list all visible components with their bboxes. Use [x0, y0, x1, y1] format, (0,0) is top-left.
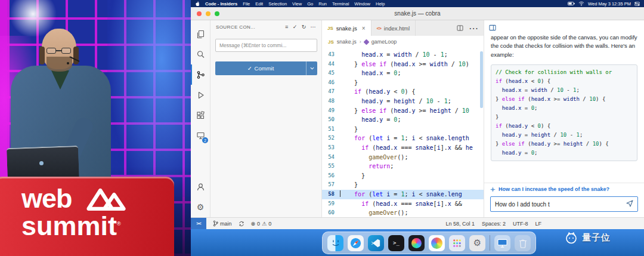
code-line[interactable]: 56 } [322, 171, 484, 181]
line-number[interactable]: 51 [322, 125, 340, 134]
branch-indicator[interactable]: main [213, 220, 232, 227]
terminal-icon[interactable]: >_ [388, 235, 404, 251]
safari-icon[interactable] [348, 235, 364, 251]
code-line[interactable]: 59 if (head.x === snake[i].x && [322, 199, 484, 209]
chat-input[interactable] [495, 201, 623, 208]
commit-button[interactable]: ✓ Commit [215, 61, 317, 75]
close-button[interactable] [197, 11, 202, 16]
line-number[interactable]: 55 [322, 162, 340, 171]
code-line[interactable]: 54 gameOver(); [322, 153, 484, 162]
eol-setting[interactable]: LF [535, 221, 541, 227]
code-editor[interactable]: 43 head.x = width / 10 - 1;44 } else if … [322, 48, 484, 217]
commit-message-input[interactable] [215, 39, 317, 52]
line-number[interactable]: 60 [322, 208, 340, 217]
chat-followup-suggestion[interactable]: How can I increase the speed of the snak… [484, 183, 644, 193]
view-as-tree-icon[interactable]: ≡ [285, 24, 289, 30]
code-line[interactable]: 58 for (let i = 1; i < snake.leng [322, 190, 484, 199]
tab-close-icon[interactable]: × [362, 25, 366, 32]
cursor-position[interactable]: Ln 58, Col 1 [445, 221, 475, 227]
battery-icon[interactable] [568, 2, 575, 5]
extensions-icon[interactable] [191, 105, 210, 125]
problems-indicator[interactable]: ⊗ 0 ⚠ 0 [251, 221, 272, 227]
line-number[interactable]: 44 [322, 60, 340, 69]
vscode-insiders-icon[interactable] [368, 235, 384, 251]
search-icon[interactable] [191, 44, 210, 64]
line-number[interactable]: 50 [322, 115, 340, 125]
zoom-button[interactable] [215, 11, 219, 16]
code-line[interactable]: 57 } [322, 180, 484, 190]
breadcrumb-file[interactable]: snake.js [337, 39, 357, 45]
code-line[interactable]: 50 head.y = 0; [322, 115, 484, 125]
line-number[interactable]: 53 [322, 143, 340, 153]
source-control-icon[interactable] [191, 64, 210, 85]
siri-icon[interactable] [408, 235, 425, 251]
line-number[interactable]: 54 [322, 153, 340, 162]
menu-item-terminal[interactable]: Terminal [332, 1, 349, 7]
line-number[interactable]: 49 [322, 106, 340, 116]
code-line[interactable]: 55 return; [322, 162, 484, 171]
code-line[interactable]: 45 head.x = 0; [322, 69, 484, 78]
system-settings-icon[interactable]: ⚙ [469, 235, 485, 251]
code-line[interactable]: 52 for (let i = 1; i < snake.length [322, 134, 484, 143]
menu-item-view[interactable]: View [292, 1, 302, 7]
wifi-icon[interactable] [578, 1, 584, 6]
minimize-button[interactable] [206, 11, 210, 16]
line-number[interactable]: 57 [322, 180, 340, 190]
menu-item-go[interactable]: Go [307, 1, 313, 7]
menu-item-edit[interactable]: Edit [255, 1, 263, 7]
code-line[interactable]: 48 head.y = height / 10 - 1; [322, 97, 484, 106]
menu-item-run[interactable]: Run [318, 1, 327, 7]
menu-item-selection[interactable]: Selection [268, 1, 287, 7]
code-line[interactable]: 47 if (head.y < 0) { [322, 87, 484, 97]
commit-dropdown-chevron[interactable] [306, 67, 317, 70]
code-line[interactable]: 46 } [322, 78, 484, 88]
line-number[interactable]: 43 [322, 50, 340, 60]
code-line-text: } else if (head.y >= height / 10 [340, 106, 469, 116]
launchpad-icon[interactable] [449, 235, 465, 251]
code-line[interactable]: 53 if (head.x === snake[i].x && he [322, 143, 484, 153]
line-number[interactable]: 47 [322, 87, 340, 97]
run-debug-icon[interactable] [191, 85, 210, 105]
breadcrumb-symbol[interactable]: gameLoop [371, 39, 397, 45]
menu-app-name[interactable]: Code - Insiders [205, 1, 237, 7]
code-line[interactable]: 43 head.x = width / 10 - 1; [322, 50, 484, 60]
line-number[interactable]: 48 [322, 97, 340, 106]
screen-sharing-icon[interactable] [494, 235, 510, 251]
split-editor-icon[interactable] [457, 23, 463, 33]
menu-item-file[interactable]: File [243, 1, 250, 7]
finder-icon[interactable] [327, 235, 343, 251]
send-icon[interactable] [626, 199, 633, 209]
apple-menu-icon[interactable] [195, 1, 200, 7]
editor-more-icon[interactable]: ⋯ [469, 23, 478, 34]
remote-indicator[interactable]: >< [191, 218, 206, 229]
accounts-icon[interactable] [191, 177, 210, 197]
remote-explorer-icon[interactable]: 2 [191, 125, 210, 146]
line-number[interactable]: 52 [322, 134, 340, 143]
tab-snake-js[interactable]: JS snake.js × [322, 20, 371, 36]
menu-item-window[interactable]: Window [354, 1, 370, 7]
code-line[interactable]: 49 } else if (head.y >= height / 10 [322, 106, 484, 116]
line-number[interactable]: 56 [322, 171, 340, 181]
tab-index-html[interactable]: <> index.html [371, 20, 416, 36]
more-actions-icon[interactable]: ⋯ [311, 24, 316, 30]
trash-icon[interactable] [515, 235, 531, 251]
encoding-setting[interactable]: UTF-8 [513, 221, 528, 227]
line-number[interactable]: 58 [322, 190, 340, 199]
code-line[interactable]: 44 } else if (head.x >= width / 10) [322, 60, 484, 69]
commit-check-icon[interactable]: ✓ [293, 24, 298, 30]
line-number[interactable]: 46 [322, 78, 340, 88]
control-center-icon[interactable] [634, 2, 640, 6]
menu-item-help[interactable]: Help [376, 1, 385, 7]
photos-icon[interactable] [429, 235, 445, 251]
line-number[interactable]: 59 [322, 199, 340, 209]
sync-button[interactable] [239, 221, 244, 227]
code-line[interactable]: 51 } [322, 125, 484, 134]
menu-clock[interactable]: Wed May 3 12:35 PM [588, 1, 631, 7]
editor-scrollbar[interactable] [480, 51, 483, 108]
code-line[interactable]: 60 gameOver(); [322, 208, 484, 217]
settings-gear-icon[interactable]: ⚙ [191, 197, 210, 217]
indentation-setting[interactable]: Spaces: 2 [482, 221, 506, 227]
refresh-icon[interactable]: ↻ [302, 24, 306, 30]
explorer-icon[interactable] [191, 24, 210, 44]
line-number[interactable]: 45 [322, 69, 340, 78]
